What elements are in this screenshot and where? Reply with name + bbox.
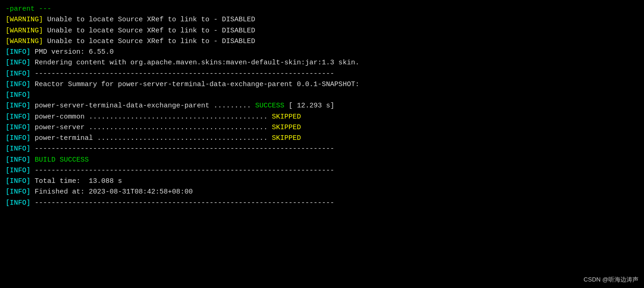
terminal-line: [INFO] power-terminal ..................… [6,133,638,144]
terminal-line: [WARNING] Unable to locate Source XRef t… [6,36,638,47]
terminal-line: [INFO] power-common ....................… [6,112,638,122]
terminal-line: [INFO] PMD version: 6.55.0 [6,47,638,57]
terminal-line: [INFO] Rendering content with org.apache… [6,57,638,68]
terminal-line: [INFO] ---------------------------------… [6,69,638,79]
terminal-output: -parent ---[WARNING] Unable to locate So… [6,4,638,208]
terminal-line: [INFO] power-server-terminal-data-exchan… [6,100,638,111]
terminal-line: [INFO] ---------------------------------… [6,144,638,154]
terminal-line: -parent --- [6,4,638,14]
terminal-line: [WARNING] Unable to locate Source XRef t… [6,14,638,25]
terminal-line: [INFO] Total time: 13.088 s [6,176,638,187]
terminal-line: [INFO] ---------------------------------… [6,165,638,176]
terminal-line: [INFO] Reactor Summary for power-server-… [6,79,638,90]
terminal-line: [INFO] Finished at: 2023-08-31T08:42:58+… [6,187,638,197]
terminal-line: [INFO] [6,90,638,100]
terminal-line: [INFO] BUILD SUCCESS [6,155,638,165]
watermark-label: CSDN @听海边涛声 [583,275,638,284]
terminal-line: [WARNING] Unable to locate Source XRef t… [6,25,638,36]
terminal-line: [INFO] power-server ....................… [6,122,638,133]
terminal-line: [INFO] ---------------------------------… [6,198,638,208]
